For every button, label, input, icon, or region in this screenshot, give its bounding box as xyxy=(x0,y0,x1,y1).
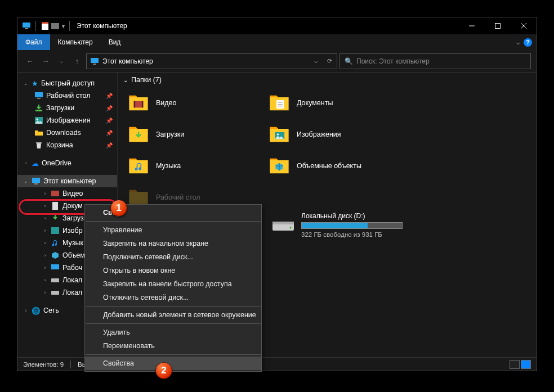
context-pin-quick[interactable]: Закрепить на панели быстрого доступа xyxy=(85,277,261,291)
video-icon xyxy=(51,189,60,198)
pictures-icon xyxy=(51,226,60,235)
cube-folder-icon xyxy=(267,154,291,178)
pin-icon: 📌 xyxy=(106,93,113,99)
context-menu: Свер Управление Закрепить на начальном э… xyxy=(84,204,262,372)
svg-rect-24 xyxy=(51,291,59,295)
sidebar-item-downloads-en[interactable]: Downloads📌 xyxy=(17,127,117,139)
network-icon: 🌐 xyxy=(32,307,41,315)
folder-3d[interactable]: Объемные объекты xyxy=(264,150,405,182)
view-details-button[interactable] xyxy=(510,360,520,369)
search-input[interactable]: 🔍 Поиск: Этот компьютер xyxy=(339,53,531,69)
window-title: Этот компьютер xyxy=(77,22,127,30)
folders-header[interactable]: ⌄Папки (7) xyxy=(123,76,531,84)
pc-icon xyxy=(32,177,41,186)
pin-icon: 📌 xyxy=(106,130,113,136)
maximize-button[interactable] xyxy=(485,17,511,34)
sidebar-item-recycle[interactable]: Корзина📌 xyxy=(17,139,117,151)
minimize-button[interactable] xyxy=(459,17,485,34)
navbar: ← → ⌵ ↑ Этот компьютер ⌵ ⟳ 🔍 Поиск: Этот… xyxy=(17,50,537,73)
svg-rect-4 xyxy=(51,23,59,29)
pictures-folder-icon xyxy=(267,123,291,146)
folder-pictures[interactable]: Изображения xyxy=(264,119,405,150)
pc-icon xyxy=(22,21,31,30)
newfolder-icon[interactable] xyxy=(51,21,60,30)
chevron-right-icon: › xyxy=(42,191,48,196)
close-button[interactable] xyxy=(511,17,537,34)
cube-icon xyxy=(51,251,60,260)
chevron-down-icon: ⌄ xyxy=(123,77,128,83)
context-add-network-location[interactable]: Добавить новый элемент в сетевое окружен… xyxy=(85,308,261,322)
chevron-right-icon: › xyxy=(42,215,48,221)
ribbon-expand[interactable]: ⌵ ? xyxy=(516,38,537,47)
svg-rect-21 xyxy=(51,227,59,234)
pc-icon xyxy=(90,57,99,66)
svg-point-15 xyxy=(37,119,38,120)
view-icons-button[interactable] xyxy=(521,360,531,369)
qat: ▾ Этот компьютер xyxy=(17,21,127,31)
back-button[interactable]: ← xyxy=(23,55,37,68)
music-folder-icon xyxy=(127,154,150,178)
svg-rect-0 xyxy=(23,22,30,28)
drive-icon xyxy=(51,288,60,297)
context-delete[interactable]: Удалить xyxy=(85,326,261,339)
downloads-folder-icon xyxy=(127,123,150,146)
chevron-right-icon: › xyxy=(42,265,48,271)
sidebar-quick-access[interactable]: ⌄ ★ Быстрый доступ xyxy=(17,77,117,89)
context-properties[interactable]: Свойства xyxy=(85,357,261,370)
sidebar-item-desktop[interactable]: Рабочий стол📌 xyxy=(17,89,117,102)
svg-rect-22 xyxy=(51,264,59,269)
ribbon-tab-view[interactable]: Вид xyxy=(101,34,129,50)
refresh-button[interactable]: ⟳ xyxy=(327,57,333,65)
chevron-right-icon[interactable]: › xyxy=(23,160,29,166)
address-bar[interactable]: Этот компьютер ⌵ ⟳ xyxy=(86,53,337,69)
qat-dropdown-icon[interactable]: ▾ xyxy=(62,23,65,29)
context-map-drive[interactable]: Подключить сетевой диск... xyxy=(85,250,261,264)
svg-rect-17 xyxy=(32,178,40,183)
context-manage[interactable]: Управление xyxy=(85,223,261,237)
sidebar-onedrive[interactable]: ›☁OneDrive xyxy=(17,157,117,169)
chevron-right-icon[interactable]: › xyxy=(23,308,29,313)
chevron-down-icon[interactable]: ⌵ xyxy=(516,39,520,46)
folder-videos[interactable]: Видео xyxy=(123,87,264,119)
up-button[interactable]: ↑ xyxy=(70,55,84,68)
context-pin-start[interactable]: Закрепить на начальном экране xyxy=(85,237,261,250)
doc-folder-icon xyxy=(267,91,291,115)
sidebar-pc-videos[interactable]: ›Видео xyxy=(17,187,117,200)
help-icon[interactable]: ? xyxy=(524,38,532,47)
chevron-right-icon: › xyxy=(42,253,48,258)
drive-icon xyxy=(51,276,60,285)
folder-music[interactable]: Музыка xyxy=(123,150,264,182)
context-rename[interactable]: Переименовать xyxy=(85,339,261,353)
svg-rect-9 xyxy=(91,58,99,63)
properties-icon[interactable] xyxy=(41,21,50,30)
pin-icon: 📌 xyxy=(106,105,113,111)
pictures-icon xyxy=(34,116,43,125)
address-chevron-icon[interactable]: ⌵ xyxy=(314,57,318,65)
chevron-down-icon[interactable]: ⌄ xyxy=(23,80,29,86)
context-open-new-window[interactable]: Открыть в новом окне xyxy=(85,264,261,277)
drive-usage-bar xyxy=(301,222,403,229)
recent-dropdown-icon[interactable]: ⌵ xyxy=(55,55,68,68)
chevron-right-icon: › xyxy=(42,203,48,209)
status-count: Элементов: 9 xyxy=(23,361,64,368)
drive-icon xyxy=(271,215,296,236)
chevron-down-icon[interactable]: ⌄ xyxy=(23,178,29,184)
forward-button[interactable]: → xyxy=(39,55,52,68)
folder-downloads[interactable]: Загрузки xyxy=(123,119,264,150)
sidebar-this-pc[interactable]: ⌄ Этот компьютер xyxy=(17,175,117,187)
titlebar: ▾ Этот компьютер xyxy=(17,17,537,34)
cloud-icon: ☁ xyxy=(32,159,39,168)
svg-rect-11 xyxy=(35,92,43,97)
drive-d[interactable]: Локальный диск (D:) 322 ГБ свободно из 9… xyxy=(267,212,408,238)
ribbon-tab-file[interactable]: Файл xyxy=(17,34,50,50)
ribbon-tab-computer[interactable]: Компьютер xyxy=(50,34,101,50)
folder-documents[interactable]: Документы xyxy=(264,87,405,119)
svg-rect-25 xyxy=(134,101,144,108)
annotation-marker-1: 1 xyxy=(110,200,127,217)
chevron-right-icon: › xyxy=(42,228,48,233)
chevron-right-icon: › xyxy=(42,277,48,283)
sidebar-item-downloads[interactable]: Загрузки📌 xyxy=(17,102,117,114)
context-disconnect-drive[interactable]: Отключить сетевой диск... xyxy=(85,291,261,304)
svg-rect-3 xyxy=(42,22,48,24)
sidebar-item-pictures[interactable]: Изображения📌 xyxy=(17,114,117,127)
